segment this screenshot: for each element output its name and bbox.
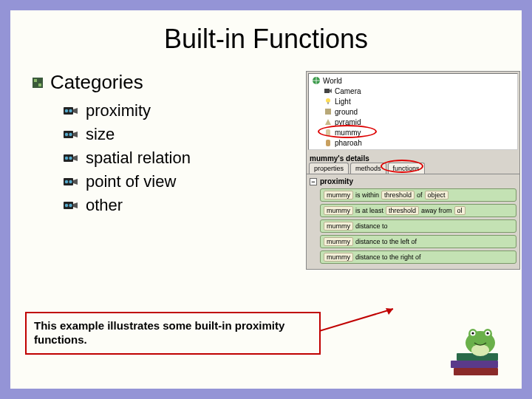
group-header[interactable]: − proximity <box>310 177 516 185</box>
tile-token: threshold <box>381 191 415 200</box>
frog-books-illustration <box>432 318 513 384</box>
tree-row[interactable]: pyramid <box>310 117 516 127</box>
svg-point-5 <box>69 109 72 112</box>
tree-label: Camera <box>335 87 361 95</box>
svg-marker-18 <box>73 179 78 185</box>
heading-row: Categories <box>33 71 299 94</box>
camera-node-icon <box>324 86 332 95</box>
tree-label: pyramid <box>335 118 361 126</box>
camera-icon <box>64 177 78 187</box>
category-list: proximity size spatial relation point of… <box>64 101 299 215</box>
tile-token: object <box>425 191 449 200</box>
light-icon <box>324 97 332 106</box>
camera-icon <box>64 129 78 140</box>
svg-marker-33 <box>386 308 393 315</box>
tree-label: pharoah <box>335 139 362 147</box>
right-column: World Camera Light ground <box>306 71 520 270</box>
tab-properties[interactable]: properties <box>309 163 349 174</box>
svg-marker-6 <box>73 108 78 114</box>
left-column: Categories proximity size spatial relati… <box>33 71 299 270</box>
svg-rect-34 <box>454 368 498 375</box>
item-label: point of view <box>86 172 176 191</box>
svg-rect-2 <box>38 83 41 86</box>
function-tile[interactable]: mummy is within threshold of object <box>320 188 516 202</box>
object-icon <box>324 107 332 116</box>
object-panel: World Camera Light ground <box>306 71 520 270</box>
svg-point-17 <box>69 180 72 183</box>
tile-token: threshold <box>386 206 419 215</box>
callout-text: This example illustrates some built-in p… <box>34 319 284 346</box>
svg-marker-14 <box>73 155 78 161</box>
svg-point-44 <box>471 344 489 356</box>
tile-token: mummy <box>324 237 353 246</box>
svg-point-16 <box>65 180 68 183</box>
tile-text: away from <box>421 207 452 214</box>
svg-rect-31 <box>326 140 330 146</box>
list-item: spatial relation <box>64 149 299 168</box>
tile-text: is at least <box>355 207 383 214</box>
tree-row[interactable]: World <box>310 75 516 86</box>
object-tree[interactable]: World Camera Light ground <box>308 73 518 150</box>
svg-marker-10 <box>73 132 78 137</box>
svg-rect-1 <box>34 79 37 82</box>
svg-point-4 <box>65 109 68 112</box>
svg-point-12 <box>65 157 68 160</box>
list-item: point of view <box>64 172 299 191</box>
object-icon <box>324 138 332 147</box>
item-label: spatial relation <box>86 149 191 168</box>
details-header: mummy's details <box>307 151 519 163</box>
bullet-icon <box>33 78 43 88</box>
slide-title: Built-in Functions <box>33 24 499 55</box>
svg-point-13 <box>69 157 72 160</box>
item-label: proximity <box>86 101 151 120</box>
svg-point-9 <box>69 133 72 136</box>
tree-row[interactable]: ground <box>310 106 516 117</box>
tile-text: distance to the left of <box>355 238 417 245</box>
tree-row[interactable]: Light <box>310 96 516 106</box>
camera-icon <box>64 106 78 116</box>
tile-token: mummy <box>324 253 353 262</box>
callout-arrow <box>319 306 408 335</box>
tile-text: distance to <box>355 222 388 230</box>
function-tile[interactable]: mummy distance to the right of <box>320 250 516 264</box>
function-list: − proximity mummy is within threshold of… <box>307 174 519 269</box>
list-item: size <box>64 125 299 144</box>
tree-label: World <box>323 77 342 85</box>
object-icon <box>324 128 332 137</box>
globe-icon <box>312 76 321 85</box>
function-tile[interactable]: mummy is at least threshold away from ol <box>320 204 516 217</box>
tile-text: distance to the right of <box>355 253 421 261</box>
tab-bar: properties methods functions <box>307 163 519 174</box>
group-label: proximity <box>320 177 353 185</box>
svg-marker-22 <box>73 202 78 208</box>
collapse-icon[interactable]: − <box>310 178 317 185</box>
camera-icon <box>64 200 78 211</box>
item-label: other <box>86 196 123 215</box>
tile-text: of <box>417 191 423 199</box>
tree-row[interactable]: pharoah <box>310 137 516 148</box>
tree-label: mummy <box>335 129 361 137</box>
tile-text: is within <box>355 191 379 199</box>
slide: Built-in Functions Categories proximity … <box>10 10 522 389</box>
tab-functions[interactable]: functions <box>388 163 425 174</box>
list-item: proximity <box>64 101 299 120</box>
svg-rect-24 <box>324 89 330 93</box>
tree-row[interactable]: Camera <box>310 86 516 96</box>
svg-line-32 <box>319 309 393 331</box>
callout-box: This example illustrates some built-in p… <box>25 312 321 355</box>
object-icon <box>324 117 332 126</box>
list-item: other <box>64 196 299 215</box>
tree-row-selected[interactable]: mummy <box>310 127 516 137</box>
svg-point-8 <box>65 133 68 136</box>
tile-token: ol <box>454 206 466 215</box>
tab-methods[interactable]: methods <box>350 163 386 174</box>
function-tile[interactable]: mummy distance to the left of <box>320 235 516 248</box>
function-tile[interactable]: mummy distance to <box>320 219 516 233</box>
tile-token: mummy <box>324 222 353 231</box>
item-label: size <box>86 125 115 144</box>
tile-token: mummy <box>324 191 353 200</box>
svg-rect-27 <box>327 102 329 104</box>
svg-rect-28 <box>325 109 331 115</box>
svg-point-41 <box>471 332 474 334</box>
svg-rect-35 <box>451 361 498 368</box>
